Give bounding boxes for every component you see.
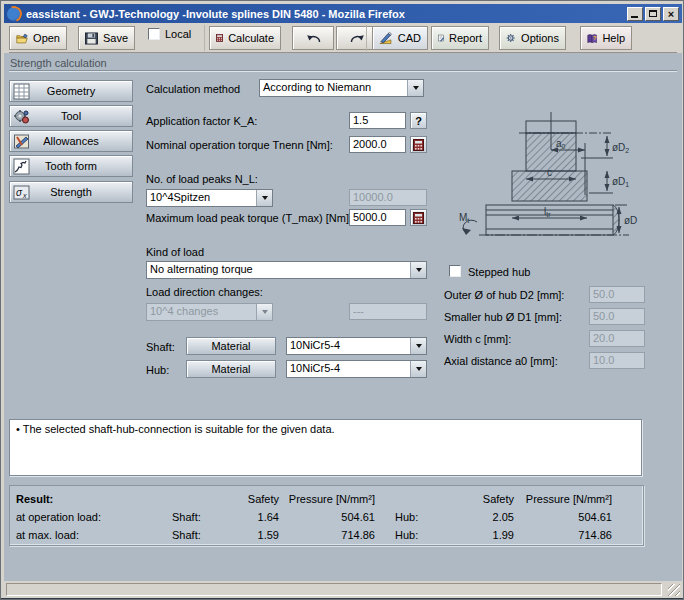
application-factor-input[interactable]: 1.5	[349, 112, 406, 129]
stepped-hub-checkbox[interactable]	[449, 265, 461, 277]
nominal-torque-input[interactable]: 2000.0	[349, 136, 406, 153]
calculation-method-label: Calculation method	[146, 83, 240, 95]
nominal-torque-calc-button[interactable]	[410, 136, 427, 153]
maximize-button[interactable]	[645, 7, 661, 21]
message-bullet: •	[16, 423, 20, 435]
cad-button[interactable]: CAD	[372, 26, 428, 50]
sidebar-item-tooth-form[interactable]: Tooth form	[9, 155, 133, 177]
calculator-icon	[413, 139, 424, 151]
save-button[interactable]: Save	[78, 26, 135, 50]
local-checkbox[interactable]	[148, 28, 160, 40]
svg-text:øD2: øD2	[612, 142, 629, 154]
toolbar-separator	[366, 25, 367, 51]
toolbar: Open Save Local Calculate CAD Report	[4, 23, 682, 53]
hub-width-c-input: 20.0	[589, 330, 645, 347]
load-peaks-label: No. of load peaks N_L:	[146, 173, 258, 185]
shaft-safety-value: 1.59	[222, 529, 279, 541]
load-direction-select: 10^4 changes	[146, 303, 273, 321]
max-torque-input[interactable]: 5000.0	[349, 209, 406, 226]
safety-header: Safety	[435, 493, 514, 505]
open-button[interactable]: Open	[9, 26, 67, 50]
svg-text:σ: σ	[16, 187, 23, 198]
result-title: Result:	[16, 493, 172, 505]
chevron-down-icon[interactable]	[410, 262, 426, 278]
application-factor-help-button[interactable]: ?	[410, 112, 427, 129]
resize-grip[interactable]	[668, 584, 680, 596]
kind-of-load-select[interactable]: No alternating torque	[146, 261, 427, 279]
nominal-torque-label: Nominal operation torque Tnenn [Nm]:	[146, 139, 333, 151]
save-label: Save	[103, 32, 128, 44]
sidebar-item-tool[interactable]: Tool	[9, 105, 133, 127]
result-panel: Result: Safety Pressure [N/mm²] Safety P…	[9, 485, 644, 546]
close-button[interactable]: ×	[663, 7, 679, 21]
chevron-down-icon	[256, 304, 272, 320]
sidebar-item-allowances[interactable]: Allowances	[9, 130, 133, 152]
help-label: Help	[602, 32, 625, 44]
undo-button[interactable]	[292, 26, 334, 50]
hub-material-select[interactable]: 10NiCr5-4	[286, 360, 427, 378]
dim-c-label: c	[547, 167, 552, 178]
hub-pressure-value: 504.61	[514, 511, 612, 523]
svg-text:Mt: Mt	[459, 212, 469, 224]
calculator-icon	[216, 31, 223, 45]
safety-header: Safety	[222, 493, 279, 505]
load-peaks-select[interactable]: 10^4Spitzen	[146, 189, 273, 207]
shaft-material-button[interactable]: Material	[186, 337, 276, 355]
maximize-icon	[649, 10, 657, 17]
report-button[interactable]: Report	[431, 26, 489, 50]
report-icon	[438, 31, 444, 45]
allowances-icon	[13, 133, 30, 150]
chevron-down-icon[interactable]	[410, 338, 426, 354]
dim-d2-label: øD	[612, 142, 625, 153]
row-label: at operation load:	[16, 511, 172, 523]
hub-label: Hub:	[375, 511, 435, 523]
help-button[interactable]: ? Help	[580, 26, 632, 50]
redo-icon	[349, 33, 366, 44]
svg-text:?: ?	[593, 35, 597, 41]
shaft-label: Shaft:	[172, 529, 222, 541]
shaft-material-value: 10NiCr5-4	[287, 338, 410, 354]
titlebar: eassistant - GWJ-Technology -Involute sp…	[4, 4, 682, 23]
row-label: at max. load:	[16, 529, 172, 541]
local-label: Local	[165, 28, 191, 40]
kind-of-load-label: Kind of load	[146, 246, 204, 258]
geometry-grid-icon	[13, 83, 30, 100]
shaft-safety-value: 1.64	[222, 511, 279, 523]
sidebar-item-strength[interactable]: σx Strength	[9, 181, 133, 203]
chevron-down-icon[interactable]	[256, 190, 272, 206]
sidebar-item-geometry[interactable]: Geometry	[9, 80, 133, 102]
options-label: Options	[521, 32, 559, 44]
shaft-material-select[interactable]: 10NiCr5-4	[286, 337, 427, 355]
tooth-form-icon	[13, 158, 30, 175]
svg-text:ltr: ltr	[544, 206, 551, 218]
help-book-icon: ?	[587, 32, 597, 45]
stepped-hub-label: Stepped hub	[468, 266, 530, 278]
open-folder-icon	[16, 32, 28, 45]
svg-text:x: x	[22, 192, 27, 199]
chevron-down-icon[interactable]	[410, 361, 426, 377]
shaft-hub-drawing: a0 c ltr øD2 øD1 øD Mt	[431, 81, 681, 253]
close-icon: ×	[668, 9, 674, 19]
save-floppy-icon	[85, 32, 98, 45]
calculation-method-select[interactable]: According to Niemann	[259, 79, 424, 97]
calculate-button[interactable]: Calculate	[209, 26, 281, 50]
hub-d1-input: 50.0	[589, 308, 645, 325]
options-button[interactable]: Options	[499, 26, 566, 50]
strength-calculation-page: Strength calculation Geometry Tool Allow…	[4, 53, 682, 581]
strength-sigma-icon: σx	[13, 184, 30, 201]
hub-d1-label: Smaller hub Ø D1 [mm]:	[444, 311, 562, 323]
hub-material-value: 10NiCr5-4	[287, 361, 410, 377]
section-divider	[9, 70, 677, 72]
local-checkbox-group[interactable]: Local	[148, 28, 191, 40]
pressure-header: Pressure [N/mm²]	[279, 493, 375, 505]
load-peaks-value: 10^4Spitzen	[147, 190, 256, 206]
chevron-down-icon[interactable]	[407, 80, 423, 96]
minimize-icon	[631, 16, 638, 18]
max-torque-calc-button[interactable]	[410, 209, 427, 226]
svg-text:øD1: øD1	[612, 176, 629, 188]
minimize-button[interactable]	[627, 7, 643, 21]
hub-material-button[interactable]: Material	[186, 360, 276, 378]
message-text: The selected shaft-hub-connection is sui…	[23, 423, 335, 435]
hub-d2-input: 50.0	[589, 286, 645, 303]
load-direction-label: Load direction changes:	[146, 286, 263, 298]
